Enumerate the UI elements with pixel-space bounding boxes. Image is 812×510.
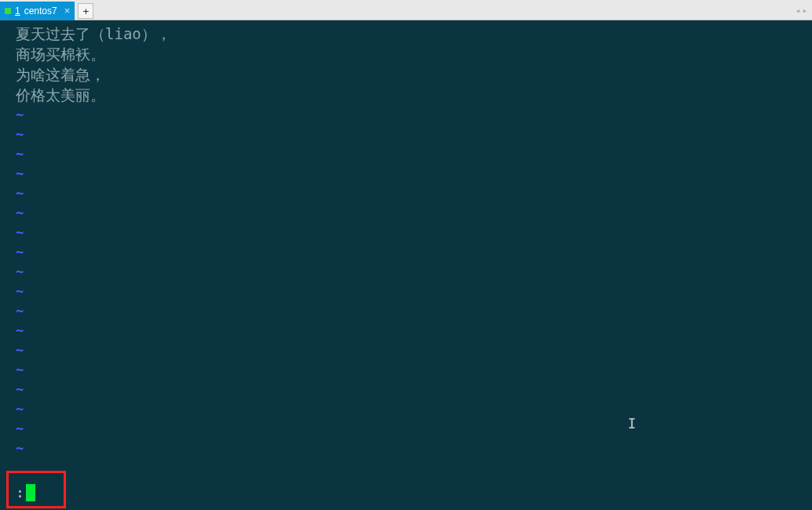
empty-line-marker: ~ [0,282,812,301]
editor-line: 价格太美丽。 [0,85,812,105]
empty-line-marker: ~ [0,223,812,242]
tab-next-icon[interactable]: ▸ [802,5,807,16]
vim-command-line[interactable]: : [16,483,35,502]
empty-line-marker: ~ [0,105,812,125]
empty-line-marker: ~ [0,380,812,399]
add-tab-button[interactable]: + [78,3,93,19]
empty-line-marker: ~ [0,262,812,282]
editor-line: 为啥这着急， [0,64,812,85]
empty-line-marker: ~ [0,203,812,223]
status-dot-icon [5,8,11,14]
editor-line: 商场买棉袄。 [0,44,812,64]
terminal-area[interactable]: 夏天过去了（liao），商场买棉袄。为啥这着急，价格太美丽。 ~~~~~~~~~… [0,20,812,510]
tab-active[interactable]: 1 centos7 × [0,2,75,20]
tab-prev-icon[interactable]: ◂ [796,5,801,16]
empty-line-marker: ~ [0,184,812,203]
command-prefix: : [16,483,24,502]
empty-line-marker: ~ [0,125,812,144]
tab-label: centos7 [24,5,57,16]
close-icon[interactable]: × [64,5,71,16]
tab-number: 1 [15,5,20,16]
empty-line-marker: ~ [0,399,812,419]
empty-line-marker: ~ [0,242,812,262]
tab-nav: ◂ ▸ [796,0,807,20]
cursor-icon [26,484,35,501]
empty-line-marker: ~ [0,360,812,380]
empty-line-marker: ~ [0,164,812,184]
empty-line-marker: ~ [0,341,812,360]
empty-line-marker: ~ [0,439,812,458]
empty-line-marker: ~ [0,144,812,164]
editor-line: 夏天过去了（liao）， [0,24,812,44]
empty-line-marker: ~ [0,301,812,321]
empty-line-marker: ~ [0,419,812,439]
empty-line-marker: ~ [0,321,812,341]
tab-bar: 1 centos7 × + ◂ ▸ [0,0,812,20]
